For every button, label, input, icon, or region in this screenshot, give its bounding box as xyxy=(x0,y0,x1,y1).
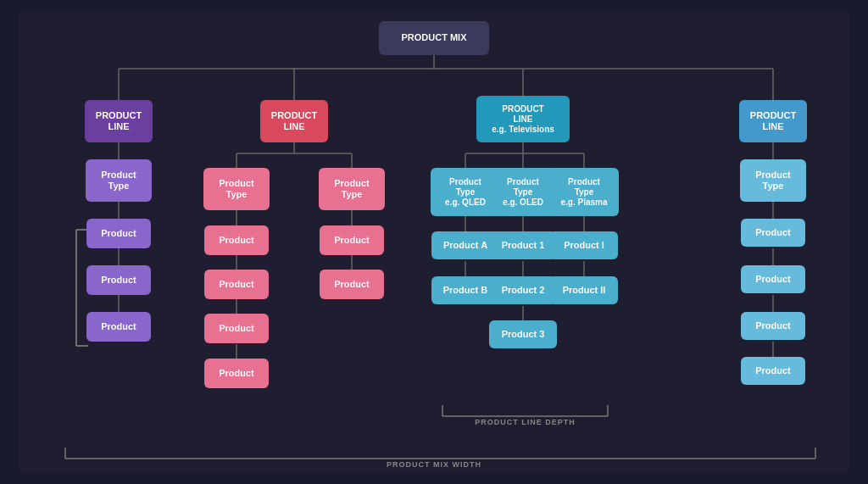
line3-label: PRODUCT LINE e.g. Televisions xyxy=(492,104,554,135)
product-type-plasma: Product Type e.g. Plasma xyxy=(549,168,619,216)
prod5a-label: Product xyxy=(755,227,791,238)
prod-3: Product 3 xyxy=(489,320,557,348)
prod2-label: Product 2 xyxy=(502,285,545,296)
line4-prod-d: Product xyxy=(741,357,805,385)
prod1c-label: Product xyxy=(101,321,136,332)
line1-prod-a: Product xyxy=(86,219,151,248)
line1-prod-c: Product xyxy=(86,312,151,342)
prod5c-label: Product xyxy=(755,320,791,331)
type1-label: Product Type xyxy=(101,170,136,192)
prod5d-label: Product xyxy=(755,365,791,376)
product-type-3: Product Type xyxy=(319,168,385,210)
prodB-label: Product B xyxy=(443,285,488,296)
line2-type3-prod-a: Product xyxy=(320,225,384,255)
product-type-2: Product Type xyxy=(203,168,270,210)
prod-1: Product 1 xyxy=(489,231,557,259)
prod2b-label: Product xyxy=(219,279,254,290)
line2-type3-prod-b: Product xyxy=(320,270,384,299)
prod2c-label: Product xyxy=(219,323,254,334)
product-line-3: PRODUCT LINE e.g. Televisions xyxy=(476,96,570,142)
line2-type2-prod-d: Product xyxy=(204,359,269,388)
type4-plasma-label: Product Type e.g. Plasma xyxy=(560,177,607,208)
prod-2: Product 2 xyxy=(489,276,557,304)
prodA-label: Product A xyxy=(443,240,487,251)
line4-prod-c: Product xyxy=(741,312,805,340)
line2-type2-prod-b: Product xyxy=(204,270,269,299)
prod1-label: Product 1 xyxy=(502,240,545,251)
type3-label: Product Type xyxy=(334,178,370,200)
line2-label: PRODUCT LINE xyxy=(271,110,317,132)
prod-i: Product I xyxy=(550,231,618,259)
line2-type2-prod-a: Product xyxy=(204,225,269,255)
prodII-label: Product II xyxy=(563,285,606,296)
type4-qled-label: Product Type e.g. QLED xyxy=(445,177,486,208)
line2-type2-prod-c: Product xyxy=(204,314,269,343)
prod3b-label: Product xyxy=(334,279,370,290)
prod2a-label: Product xyxy=(219,235,254,246)
prodI-label: Product I xyxy=(564,240,604,251)
line1-label: PRODUCT LINE xyxy=(96,110,142,132)
prod2d-label: Product xyxy=(219,368,254,379)
product-line-1: PRODUCT LINE xyxy=(85,100,153,142)
line4-prod-a: Product xyxy=(741,219,805,247)
prod5b-label: Product xyxy=(755,274,791,285)
type2-label: Product Type xyxy=(219,178,254,200)
type5-label: Product Type xyxy=(755,170,791,192)
prod-ii: Product II xyxy=(550,276,618,304)
diagram: PRODUCT MIX PRODUCT LINE PRODUCT LINE PR… xyxy=(19,11,849,473)
prod1a-label: Product xyxy=(101,228,136,239)
product-line-2: PRODUCT LINE xyxy=(260,100,328,142)
product-type-1: Product Type xyxy=(86,159,152,202)
prod3a-label: Product xyxy=(334,235,370,246)
product-mix-label: PRODUCT MIX xyxy=(402,32,467,43)
product-mix-box: PRODUCT MIX xyxy=(379,21,489,55)
type4-oled-label: Product Type e.g. OLED xyxy=(503,177,543,208)
line1-prod-b: Product xyxy=(86,265,151,295)
prod1b-label: Product xyxy=(101,275,136,286)
prod3-label: Product 3 xyxy=(502,329,545,340)
line4-label: PRODUCT LINE xyxy=(750,110,796,132)
product-type-oled: Product Type e.g. OLED xyxy=(488,168,558,216)
line4-prod-b: Product xyxy=(741,265,805,293)
product-type-5: Product Type xyxy=(740,159,806,202)
product-line-depth-label: PRODUCT LINE DEPTH xyxy=(434,418,616,426)
product-line-4: PRODUCT LINE xyxy=(739,100,807,142)
product-mix-width-label: PRODUCT MIX WIDTH xyxy=(188,460,680,469)
